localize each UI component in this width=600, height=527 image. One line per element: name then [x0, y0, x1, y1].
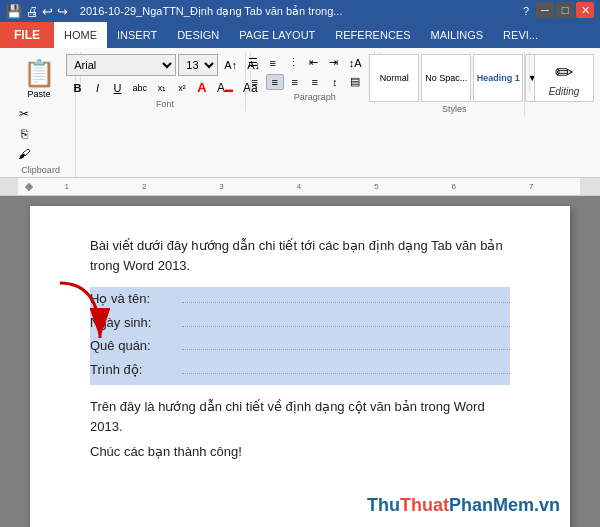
ribbon-groups: 📋 Paste ✂ ⎘ 🖌 Clipboard Arial — [6, 52, 594, 177]
field-label-1: Ngày sinh: — [90, 313, 180, 333]
footer-line2: Chúc các bạn thành công! — [90, 442, 510, 462]
watermark: ThuThuatPhanMem.vn — [367, 495, 560, 516]
footer-line1: Trên đây là hướng dẫn chi tiết về định d… — [90, 397, 510, 436]
title-bar: 💾 🖨 ↩ ↪ 2016-10-29_NgaTTN_Định dạng Tab … — [0, 0, 600, 22]
para-row1: ☰ ≡ ⋮ ⇤ ⇥ ↕A ¶ — [244, 54, 386, 71]
paste-button[interactable]: 📋 Paste — [20, 56, 58, 100]
word-logo-icon: 💾 🖨 ↩ ↪ — [6, 4, 68, 19]
font-name-select[interactable]: Arial — [66, 54, 176, 76]
superscript-button[interactable]: x² — [173, 81, 191, 95]
strikethrough-button[interactable]: abc — [129, 81, 152, 95]
menu-bar: FILE HOME INSERT DESIGN PAGE LAYOUT REFE… — [0, 22, 600, 48]
field-dots-3 — [182, 373, 510, 374]
ruler-content: 1234567 — [0, 178, 600, 195]
field-dots-1 — [182, 326, 510, 327]
sort-button[interactable]: ↕A — [345, 55, 366, 71]
font-row1: Arial 13 A↑ A↓ — [66, 54, 264, 76]
minimize-button[interactable]: ─ — [536, 2, 554, 18]
font-size-select[interactable]: 13 — [178, 54, 218, 76]
align-left-button[interactable]: ≡ — [246, 74, 264, 90]
home-menu-item[interactable]: HOME — [54, 22, 107, 48]
style-normal[interactable]: Normal — [369, 54, 419, 102]
cut-button[interactable]: ✂ — [14, 105, 34, 123]
page-layout-menu-item[interactable]: PAGE LAYOUT — [229, 22, 325, 48]
underline-button[interactable]: U — [109, 80, 127, 96]
numbering-button[interactable]: ≡ — [264, 55, 282, 71]
field-dots-2 — [182, 349, 510, 350]
clear-format-button[interactable]: A — [193, 78, 211, 97]
bullets-button[interactable]: ☰ — [244, 54, 262, 71]
increase-font-button[interactable]: A↑ — [220, 57, 241, 73]
watermark-thu: Thu — [367, 495, 400, 515]
fields-section: Họ và tên: Ngày sinh: Quê quán: Trình độ… — [90, 287, 510, 385]
field-row-3: Trình độ: — [90, 360, 510, 380]
intro-paragraph: Bài viết dưới đây hướng dẫn chi tiết tới… — [90, 236, 510, 275]
align-right-button[interactable]: ≡ — [286, 74, 304, 90]
ribbon: 📋 Paste ✂ ⎘ 🖌 Clipboard Arial — [0, 48, 600, 178]
font-group: Arial 13 A↑ A↓ B I U abc x₁ x² A A▬ Aa F… — [85, 52, 246, 111]
field-row-2: Quê quán: — [90, 336, 510, 356]
justify-button[interactable]: ≡ — [306, 74, 324, 90]
style-boxes: Normal No Spac... Heading 1 ▼ — [369, 54, 539, 102]
file-menu-button[interactable]: FILE — [0, 22, 54, 48]
field-label-0: Họ và tên: — [90, 289, 180, 309]
italic-button[interactable]: I — [89, 80, 107, 96]
style-nospace[interactable]: No Spac... — [421, 54, 471, 102]
format-painter-button[interactable]: 🖌 — [14, 145, 34, 163]
field-row-1: Ngày sinh: — [90, 313, 510, 333]
subscript-button[interactable]: x₁ — [153, 81, 171, 95]
align-center-button[interactable]: ≡ — [266, 74, 284, 90]
references-menu-item[interactable]: REFERENCES — [325, 22, 420, 48]
title-bar-controls: ? ─ □ ✕ — [518, 2, 594, 20]
mailings-menu-item[interactable]: MAILINGS — [421, 22, 494, 48]
paste-label: Paste — [27, 89, 50, 99]
paste-area: 📋 Paste — [14, 54, 64, 102]
style-normal-label: Normal — [380, 73, 409, 83]
design-menu-item[interactable]: DESIGN — [167, 22, 229, 48]
multilevel-button[interactable]: ⋮ — [284, 54, 303, 71]
font-label: Font — [156, 99, 174, 109]
maximize-button[interactable]: □ — [556, 2, 574, 18]
clipboard-content: 📋 Paste ✂ ⎘ 🖌 — [14, 54, 67, 163]
clipboard-label: Clipboard — [21, 165, 60, 175]
paragraph-group: ☰ ≡ ⋮ ⇤ ⇥ ↕A ¶ ≡ ≡ ≡ ≡ ↕ ▤ ⊞ Paragraph — [255, 52, 376, 104]
style-nospace-label: No Spac... — [425, 73, 467, 83]
document-container[interactable]: Bài viết dưới đây hướng dẫn chi tiết tới… — [0, 196, 600, 527]
editing-label: Editing — [549, 86, 580, 97]
editing-box[interactable]: ✏ Editing — [534, 54, 594, 102]
insert-menu-item[interactable]: INSERT — [107, 22, 167, 48]
para-row2: ≡ ≡ ≡ ≡ ↕ ▤ ⊞ — [246, 73, 384, 90]
ruler: 1234567 — [0, 178, 600, 196]
styles-group: Normal No Spac... Heading 1 ▼ Styles — [384, 52, 525, 116]
cut-copy-format: ✂ ⎘ 🖌 — [14, 105, 34, 163]
review-menu-item[interactable]: REVI... — [493, 22, 548, 48]
field-row-0: Họ và tên: — [90, 289, 510, 309]
field-dots-0 — [182, 302, 510, 303]
line-spacing-button[interactable]: ↕ — [326, 74, 344, 90]
font-color-button[interactable]: A▬ — [213, 79, 237, 97]
document-page: Bài viết dưới đây hướng dẫn chi tiết tới… — [30, 206, 570, 527]
font-row2: B I U abc x₁ x² A A▬ Aa — [69, 78, 262, 97]
editing-group: ✏ Editing x — [534, 52, 594, 116]
document-text: Bài viết dưới đây hướng dẫn chi tiết tới… — [90, 236, 510, 462]
increase-indent-button[interactable]: ⇥ — [325, 54, 343, 71]
style-heading1-label: Heading 1 — [477, 73, 520, 83]
decrease-indent-button[interactable]: ⇤ — [305, 54, 323, 71]
paragraph-label: Paragraph — [294, 92, 336, 102]
styles-label: Styles — [442, 104, 467, 114]
watermark-thuat: Thuat — [400, 495, 449, 515]
bold-button[interactable]: B — [69, 80, 87, 96]
title-text: 2016-10-29_NgaTTN_Định dạng Tab văn bản … — [80, 5, 343, 18]
style-heading1[interactable]: Heading 1 — [473, 54, 523, 102]
copy-button[interactable]: ⎘ — [14, 125, 34, 143]
shading-button[interactable]: ▤ — [346, 73, 364, 90]
help-button[interactable]: ? — [518, 2, 534, 20]
watermark-domain: .vn — [534, 495, 560, 515]
editing-icon: ✏ — [555, 60, 573, 86]
close-button[interactable]: ✕ — [576, 2, 594, 18]
title-bar-left: 💾 🖨 ↩ ↪ 2016-10-29_NgaTTN_Định dạng Tab … — [6, 4, 342, 19]
sep4 — [529, 52, 530, 92]
field-label-2: Quê quán: — [90, 336, 180, 356]
paste-icon: 📋 — [23, 58, 55, 89]
doc-footer: Trên đây là hướng dẫn chi tiết về định d… — [90, 397, 510, 462]
